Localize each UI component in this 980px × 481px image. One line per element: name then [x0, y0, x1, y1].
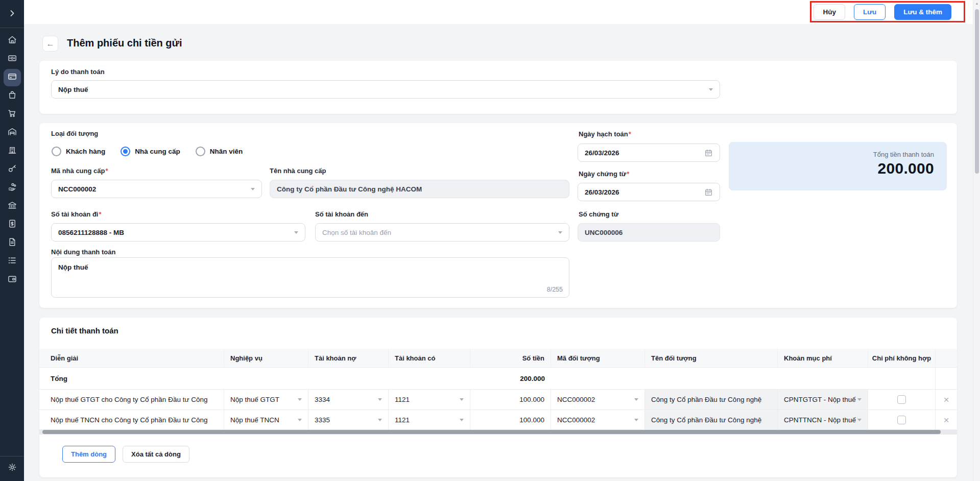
horizontal-scrollbar[interactable]	[39, 429, 957, 435]
cell-debit-account-select[interactable]: 3334	[308, 390, 389, 410]
main-content: ← Thêm phiếu chi tiền gửi Lý do thanh to…	[24, 24, 973, 481]
account-from-value: 0856211128888 - MB	[58, 229, 124, 236]
cell-credit-account-select[interactable]: 1121	[389, 390, 470, 410]
cancel-button[interactable]: Hủy	[814, 4, 845, 20]
account-to-placeholder: Chọn số tài khoản đến	[322, 229, 391, 236]
invalid-expense-checkbox[interactable]	[897, 416, 906, 424]
cell-fee-item-select[interactable]: CPNTTNCN - Nộp thuế	[778, 410, 868, 430]
cell-description[interactable]: Nộp thuế TNCN cho Công ty Cổ phần Đầu tư…	[39, 410, 224, 430]
sidebar-item-key[interactable]	[4, 161, 21, 178]
sidebar-item-invoice-dollar[interactable]	[4, 216, 21, 233]
vertical-scrollbar-thumb[interactable]	[975, 9, 979, 174]
radio-supplier[interactable]: Nhà cung cấp	[121, 147, 180, 156]
document-date-label: Ngày chứng từ*	[579, 170, 629, 178]
key-icon	[7, 163, 17, 176]
cell-operation-select[interactable]: Nộp thuế GTGT	[224, 390, 308, 410]
sidebar-collapse-button[interactable]	[4, 6, 21, 23]
scrollbar-up-arrow[interactable]: ▲	[973, 2, 980, 5]
object-type-label: Loại đối tượng	[51, 130, 98, 137]
save-and-add-button[interactable]: Lưu & thêm	[894, 4, 951, 20]
add-row-button[interactable]: Thêm dòng	[62, 446, 115, 463]
office-building-icon	[7, 145, 17, 157]
sidebar-item-settings[interactable]	[4, 460, 21, 477]
invalid-expense-checkbox[interactable]	[897, 395, 906, 404]
chevron-down-icon	[857, 398, 862, 401]
list-icon	[7, 255, 17, 268]
radio-circle-selected-icon	[121, 147, 130, 156]
sidebar-divider	[0, 28, 24, 28]
cell-operation-select[interactable]: Nộp thuế TNCN	[224, 410, 308, 430]
required-asterisk: *	[99, 210, 101, 218]
required-asterisk: *	[629, 130, 631, 138]
total-row-amount: 200.000	[470, 368, 551, 390]
cell-credit-account-select[interactable]: 1121	[389, 410, 470, 430]
fee-item-value: CPNTTNCN - Nộp thuế	[784, 416, 856, 424]
save-button[interactable]: Lưu	[854, 4, 886, 20]
radio-employee[interactable]: Nhân viên	[196, 147, 243, 156]
sidebar-item-office-building[interactable]	[4, 142, 21, 160]
sidebar-item-hand-coins[interactable]	[4, 179, 21, 197]
sidebar-item-shopping-bag[interactable]	[4, 87, 21, 105]
table-row: Nộp thuế GTGT cho Công ty Cổ phần Đầu tư…	[39, 390, 957, 410]
fee-item-value: CPNTGTGT - Nộp thuế	[784, 396, 856, 403]
sidebar-item-warehouse[interactable]	[4, 124, 21, 141]
delete-row-icon[interactable]: ×	[943, 415, 949, 425]
horizontal-scrollbar-thumb[interactable]	[42, 430, 941, 434]
payment-details-card: Chi tiết thanh toán Diễn giải Nghiệp vụ …	[39, 318, 957, 477]
hand-coins-icon	[7, 182, 17, 194]
chevron-down-icon	[294, 231, 298, 234]
delete-all-rows-button[interactable]: Xóa tất cả dòng	[123, 446, 189, 463]
posting-date-value: 26/03/2026	[585, 149, 619, 157]
account-from-select[interactable]: 0856211128888 - MB	[51, 223, 305, 242]
sidebar-item-wallet[interactable]	[4, 271, 21, 288]
object-code-value: NCC000002	[557, 416, 595, 424]
radio-supplier-label: Nhà cung cấp	[135, 148, 180, 155]
sidebar-item-credit-card[interactable]	[4, 69, 21, 86]
cell-description[interactable]: Nộp thuế GTGT cho Công ty Cổ phần Đầu tư…	[39, 390, 224, 410]
back-button[interactable]: ←	[42, 36, 58, 52]
calendar-icon[interactable]	[704, 188, 713, 197]
cell-object-code-select[interactable]: NCC000002	[551, 390, 645, 410]
chevron-down-icon	[378, 398, 382, 401]
payment-reason-value: Nộp thuế	[58, 86, 88, 93]
total-amount-value: 200.000	[742, 160, 934, 177]
col-header-description: Diễn giải	[39, 349, 224, 368]
posting-date-label: Ngày hạch toán*	[579, 130, 631, 138]
col-header-actions	[936, 349, 957, 368]
col-header-amount: Số tiền	[470, 349, 551, 368]
operation-value: Nộp thuế GTGT	[230, 396, 279, 403]
sidebar-item-home[interactable]	[4, 32, 21, 50]
sidebar-item-bank[interactable]	[4, 198, 21, 215]
col-header-debit-account: Tài khoản nợ	[308, 349, 389, 368]
total-amount-label: Tổng tiền thanh toán	[742, 151, 934, 158]
payment-content-textarea[interactable]: Nộp thuế 8/255	[51, 257, 569, 298]
delete-row-icon[interactable]: ×	[943, 395, 949, 404]
col-header-credit-account: Tài khoản có	[389, 349, 470, 368]
table-total-row: Tổng 200.000	[39, 368, 957, 390]
sidebar-item-cash[interactable]	[4, 51, 21, 68]
sidebar-item-document[interactable]	[4, 234, 21, 252]
posting-date-input[interactable]: 26/03/2026	[578, 143, 720, 162]
document-date-input[interactable]: 26/03/2026	[578, 183, 720, 201]
cell-amount[interactable]: 100.000	[470, 410, 551, 430]
calendar-icon[interactable]	[704, 149, 713, 157]
document-date-value: 26/03/2026	[585, 188, 619, 196]
sidebar-footer	[0, 456, 24, 481]
sidebar-item-list[interactable]	[4, 253, 21, 270]
payment-reason-label: Lý do thanh toán	[51, 68, 105, 76]
cell-object-code-select[interactable]: NCC000002	[551, 410, 645, 430]
payment-reason-select[interactable]: Nộp thuế	[51, 80, 720, 99]
supplier-code-select[interactable]: NCC000002	[51, 180, 262, 198]
account-to-select[interactable]: Chọn số tài khoản đến	[315, 223, 569, 242]
account-from-label: Số tài khoản đi*	[51, 210, 102, 218]
object-code-value: NCC000002	[557, 396, 595, 403]
sidebar-item-shopping-cart[interactable]	[4, 106, 21, 123]
cell-amount[interactable]: 100.000	[470, 390, 551, 410]
credit-account-value: 1121	[395, 416, 410, 424]
cell-fee-item-select[interactable]: CPNTGTGT - Nộp thuế	[778, 390, 868, 410]
cell-debit-account-select[interactable]: 3335	[308, 410, 389, 430]
radio-customer[interactable]: Khách hàng	[52, 147, 105, 156]
document-number-input: UNC000006	[578, 223, 720, 242]
chevron-down-icon	[298, 398, 302, 401]
vertical-scrollbar[interactable]: ▲	[973, 0, 980, 481]
